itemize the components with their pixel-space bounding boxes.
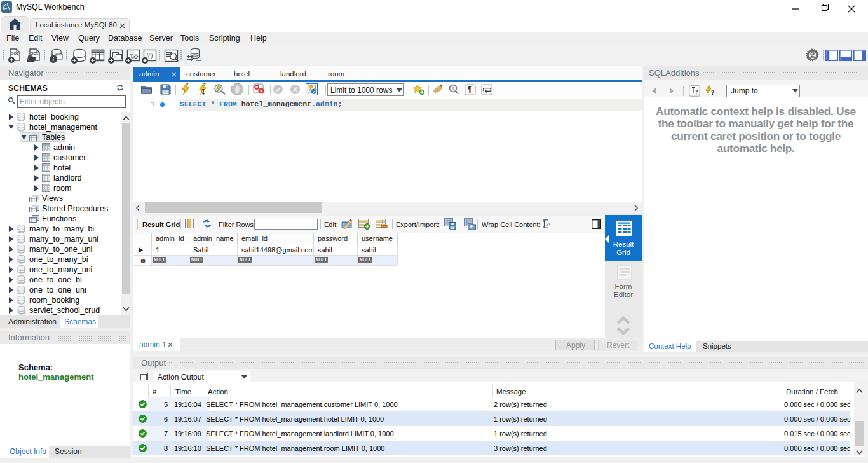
- svg-text:SQL: SQL: [11, 52, 20, 55]
- svg-text:A: A: [546, 221, 551, 228]
- svg-text:SQL: SQL: [31, 52, 39, 55]
- svg-text:A: A: [452, 86, 455, 92]
- svg-text:?: ?: [695, 88, 698, 95]
- svg-text:?: ?: [711, 88, 715, 96]
- svg-text:¶: ¶: [468, 85, 472, 94]
